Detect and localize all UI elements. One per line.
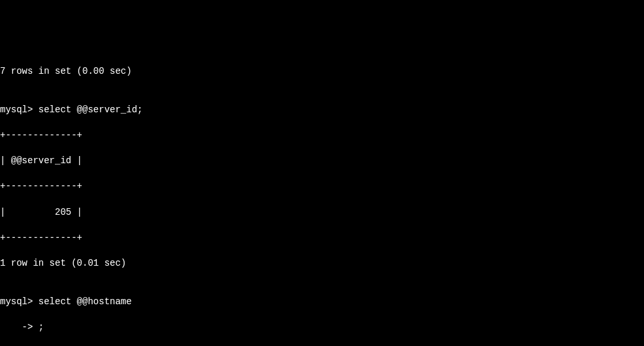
table-border: +-------------+ (0, 129, 644, 142)
continuation-line: -> ; (0, 321, 644, 334)
prompt-line: mysql> select @@server_id; (0, 104, 644, 117)
table-header: | @@server_id | (0, 155, 644, 168)
table-border: +-------------+ (0, 232, 644, 245)
terminal-output[interactable]: 7 rows in set (0.00 sec) mysql> select @… (0, 51, 644, 346)
result-summary: 1 row in set (0.01 sec) (0, 257, 644, 270)
table-border: +-------------+ (0, 180, 644, 193)
prompt-line: mysql> select @@hostname (0, 296, 644, 309)
table-row: | 205 | (0, 206, 644, 219)
output-line: 7 rows in set (0.00 sec) (0, 65, 644, 78)
